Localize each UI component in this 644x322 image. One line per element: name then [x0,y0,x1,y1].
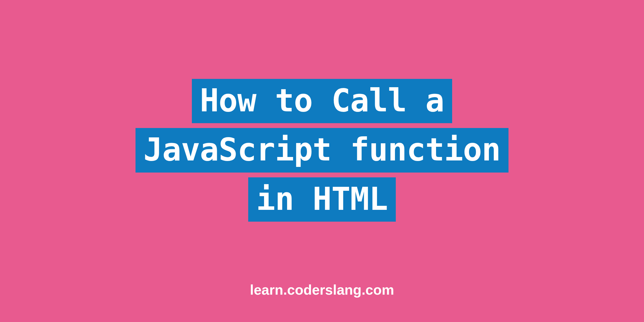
title-line-1: How to Call a [192,79,452,123]
title-line-3: in HTML [248,177,396,222]
title-line-2: JavaScript function [136,128,509,172]
footer-site-label: learn.coderslang.com [250,282,394,298]
title-container: How to Call a JavaScript function in HTM… [136,79,509,222]
